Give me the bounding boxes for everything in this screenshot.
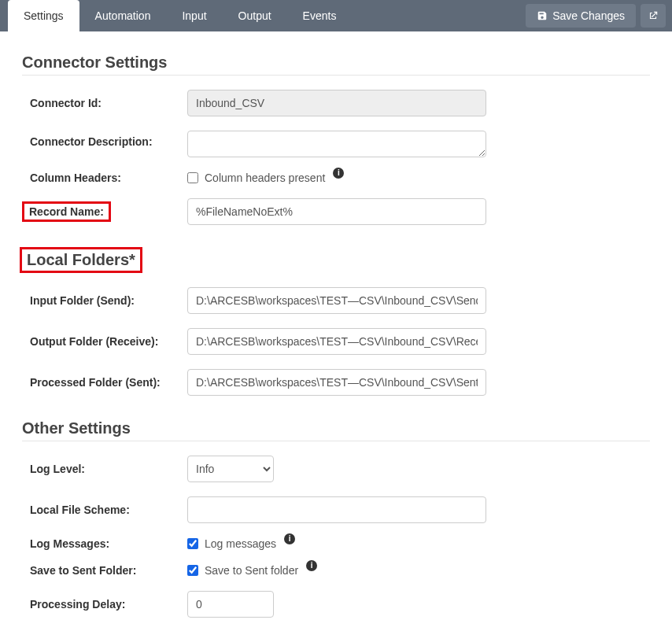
topbar-buttons: Save Changes bbox=[526, 0, 672, 31]
row-log-messages: Log Messages: Log messages i bbox=[22, 537, 650, 550]
row-record-name: Record Name: bbox=[22, 198, 650, 225]
save-changes-label: Save Changes bbox=[552, 9, 625, 22]
connector-description-field[interactable] bbox=[187, 131, 486, 157]
divider bbox=[22, 75, 650, 76]
topbar-spacer bbox=[352, 0, 526, 31]
processed-folder-field[interactable] bbox=[187, 369, 486, 396]
external-link-icon bbox=[648, 10, 659, 21]
row-connector-id: Connector Id: bbox=[22, 90, 650, 116]
label-local-file-scheme: Local File Scheme: bbox=[22, 504, 187, 516]
local-folders-title-box: Local Folders* bbox=[20, 247, 142, 273]
info-icon[interactable]: i bbox=[333, 168, 344, 179]
label-processed-folder: Processed Folder (Sent): bbox=[22, 376, 187, 389]
topbar: Settings Automation Input Output Events … bbox=[0, 0, 672, 31]
record-name-field[interactable] bbox=[187, 198, 486, 225]
processing-delay-field[interactable] bbox=[187, 591, 274, 618]
log-level-select[interactable]: Info bbox=[187, 456, 274, 482]
connector-id-field[interactable] bbox=[187, 90, 486, 116]
column-headers-cb-label: Column headers present bbox=[205, 172, 325, 184]
input-folder-field[interactable] bbox=[187, 287, 486, 314]
label-column-headers: Column Headers: bbox=[22, 172, 187, 184]
label-connector-description: Connector Description: bbox=[22, 131, 187, 148]
label-record-name: Record Name: bbox=[22, 201, 111, 222]
tab-output[interactable]: Output bbox=[223, 0, 287, 31]
save-to-sent-checkbox[interactable] bbox=[187, 565, 198, 576]
row-save-to-sent: Save to Sent Folder: Save to Sent folder… bbox=[22, 564, 650, 577]
tab-settings[interactable]: Settings bbox=[8, 0, 79, 31]
tab-automation[interactable]: Automation bbox=[79, 0, 167, 31]
label-output-folder: Output Folder (Receive): bbox=[22, 335, 187, 348]
save-to-sent-cb-label: Save to Sent folder bbox=[205, 564, 298, 577]
local-folders-title: Local Folders* bbox=[27, 251, 135, 268]
row-local-file-scheme: Local File Scheme: bbox=[22, 496, 650, 523]
column-headers-checkbox[interactable] bbox=[187, 172, 198, 183]
tab-input[interactable]: Input bbox=[166, 0, 222, 31]
label-input-folder: Input Folder (Send): bbox=[22, 294, 187, 307]
tab-events[interactable]: Events bbox=[287, 0, 353, 31]
open-external-button[interactable] bbox=[641, 4, 666, 28]
label-log-level: Log Level: bbox=[22, 463, 187, 475]
output-folder-field[interactable] bbox=[187, 328, 486, 355]
label-log-messages: Log Messages: bbox=[22, 537, 187, 550]
row-processing-delay: Processing Delay: bbox=[22, 591, 650, 618]
connector-settings-title: Connector Settings bbox=[22, 54, 650, 72]
row-log-level: Log Level: Info bbox=[22, 456, 650, 482]
row-processed-folder: Processed Folder (Sent): bbox=[22, 369, 650, 396]
other-settings-title: Other Settings bbox=[22, 419, 650, 437]
label-save-to-sent: Save to Sent Folder: bbox=[22, 564, 187, 577]
row-connector-description: Connector Description: bbox=[22, 131, 650, 157]
row-output-folder: Output Folder (Receive): bbox=[22, 328, 650, 355]
info-icon[interactable]: i bbox=[284, 533, 295, 544]
local-folders-title-wrap: Local Folders* bbox=[20, 247, 650, 273]
content: Connector Settings Connector Id: Connect… bbox=[0, 31, 672, 642]
save-changes-button[interactable]: Save Changes bbox=[526, 4, 636, 28]
label-record-name-wrap: Record Name: bbox=[22, 201, 187, 222]
tabs: Settings Automation Input Output Events bbox=[8, 0, 352, 31]
save-icon bbox=[537, 10, 548, 21]
row-input-folder: Input Folder (Send): bbox=[22, 287, 650, 314]
log-messages-checkbox[interactable] bbox=[187, 538, 198, 549]
label-processing-delay: Processing Delay: bbox=[22, 598, 187, 611]
divider bbox=[22, 441, 650, 441]
label-connector-id: Connector Id: bbox=[22, 97, 187, 109]
row-column-headers: Column Headers: Column headers present i bbox=[22, 172, 650, 184]
local-file-scheme-field[interactable] bbox=[187, 496, 486, 523]
log-messages-cb-label: Log messages bbox=[205, 537, 276, 550]
info-icon[interactable]: i bbox=[306, 560, 317, 571]
